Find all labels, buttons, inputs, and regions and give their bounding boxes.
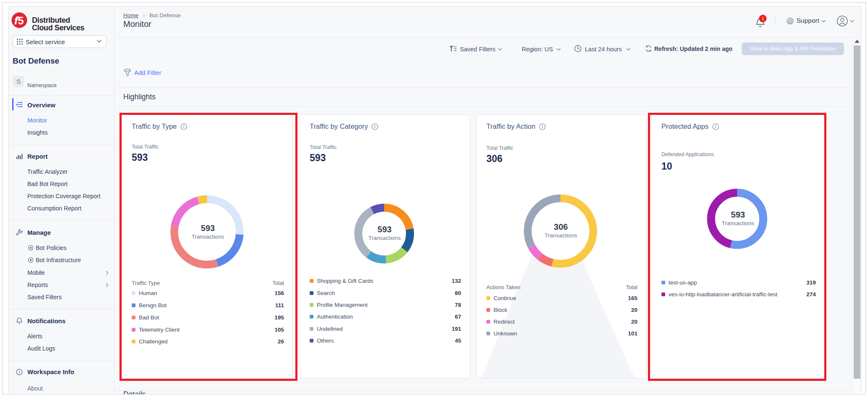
svg-text:5: 5	[18, 15, 24, 27]
svg-text:@: @	[788, 19, 793, 24]
